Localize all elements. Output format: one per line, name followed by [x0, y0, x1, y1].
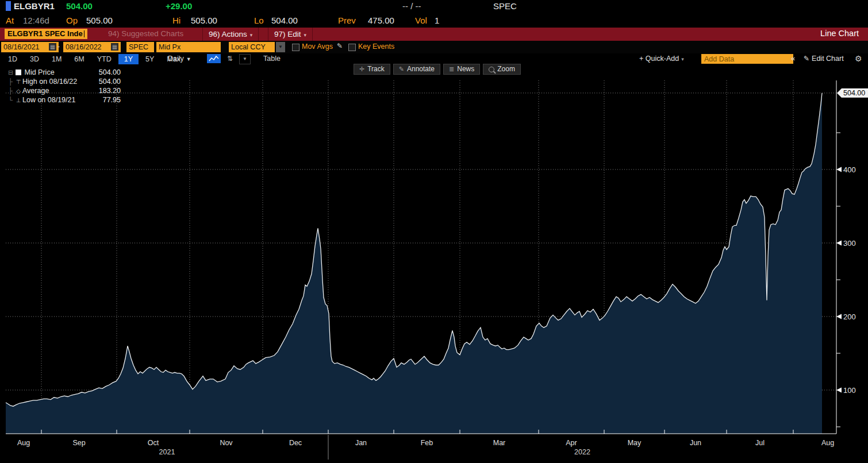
legend-row-high[interactable]: ├⊤High on 08/16/22 504.00 [7, 77, 121, 86]
x-axis-label: Apr [566, 439, 577, 447]
y-axis-label: 200 [843, 312, 856, 321]
y-axis-tick-arrow [836, 241, 842, 246]
legend-expand-icon[interactable]: ⊟ [7, 68, 14, 77]
y-axis-label: 100 [843, 386, 856, 395]
last-price-flag-text: 504.00 [843, 89, 865, 97]
x-axis-label: Jan [355, 439, 367, 447]
annotate-icon: ✎ [399, 66, 404, 72]
legend-value: 183.20 [99, 86, 121, 95]
legend-label: Low on 08/19/21 [22, 96, 75, 104]
legend-row-mid-price[interactable]: ⊟ Mid Price 504.00 [7, 68, 121, 77]
tree-branch-icon: ├ [7, 86, 14, 95]
legend-value: 504.00 [99, 68, 121, 77]
chart-tools: ✛Track✎Annotate≣NewsZoom [354, 64, 521, 75]
x-axis-label: Jun [690, 439, 701, 447]
track-label: Track [367, 64, 385, 74]
annotate-button[interactable]: ✎Annotate [393, 64, 440, 75]
news-icon: ≣ [449, 66, 454, 72]
low-marker-icon: ⊥ [14, 96, 22, 105]
y-axis-tick-arrow [836, 314, 842, 319]
legend-row-low[interactable]: └⊥Low on 08/19/21 77.95 [7, 95, 121, 105]
track-button[interactable]: ✛Track [354, 64, 390, 75]
high-marker-icon: ⊤ [14, 78, 22, 87]
y-axis-tick-arrow [836, 167, 842, 172]
legend-value: 504.00 [99, 77, 121, 86]
news-label: News [457, 64, 474, 74]
year-label: 2021 [159, 448, 175, 456]
legend-label: Mid Price [24, 68, 54, 76]
zoom-label: Zoom [497, 64, 515, 74]
zoom-icon [489, 67, 494, 72]
x-axis-label: Nov [220, 439, 233, 447]
year-label: 2022 [574, 448, 590, 456]
price-area [6, 93, 822, 434]
x-axis-label: Mar [493, 439, 506, 447]
tree-end-icon: └ [7, 95, 14, 105]
annotate-label: Annotate [407, 64, 435, 74]
legend-value: 77.95 [103, 95, 121, 105]
series-swatch [16, 70, 21, 75]
x-axis-label: Feb [421, 439, 433, 447]
x-axis-label: Dec [289, 439, 302, 447]
x-axis-label: Jul [755, 439, 765, 447]
tree-branch-icon: ├ [7, 77, 14, 86]
average-marker-icon: ◇ [14, 87, 22, 96]
y-axis-label: 400 [843, 165, 856, 174]
x-axis-label: Oct [148, 439, 159, 447]
track-icon: ✛ [359, 66, 364, 72]
y-axis-label: 300 [843, 239, 856, 248]
y-axis-tick-arrow [836, 388, 842, 393]
zoom-button[interactable]: Zoom [483, 64, 521, 75]
legend-row-average[interactable]: ├◇Average 183.20 [7, 86, 121, 95]
x-axis-label: Sep [72, 439, 85, 447]
last-price-flag-arrow [837, 88, 842, 98]
legend-label: Average [22, 87, 49, 95]
news-button[interactable]: ≣News [443, 64, 480, 75]
x-axis-label: May [628, 439, 642, 447]
chart-legend: ⊟ Mid Price 504.00 ├⊤High on 08/16/22 50… [7, 68, 121, 105]
legend-label: High on 08/16/22 [22, 78, 77, 86]
bloomberg-terminal-window: AugSepOctNovDecJanFebMarAprMayJunJulAug2… [0, 0, 868, 463]
x-axis-label: Aug [17, 439, 30, 447]
x-axis-label: Aug [821, 439, 834, 447]
